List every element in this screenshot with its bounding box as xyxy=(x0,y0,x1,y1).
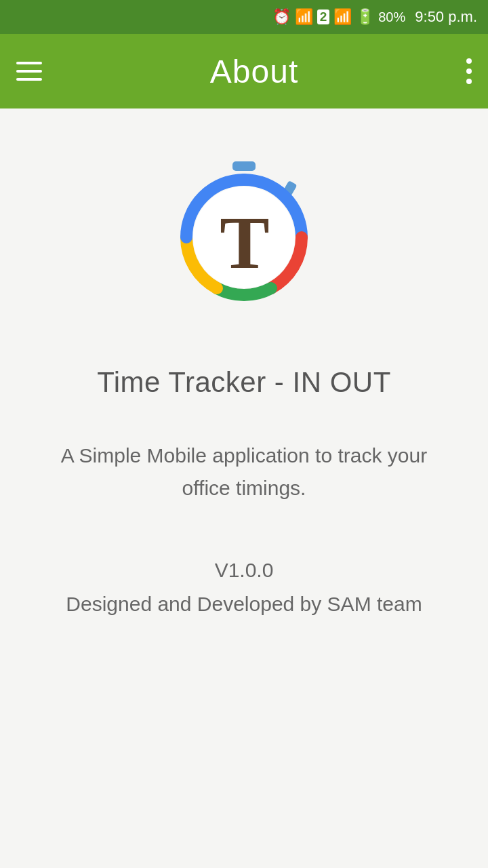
app-logo: T xyxy=(156,149,332,326)
signal-icon: 📶 xyxy=(333,8,352,26)
battery-icon: 🔋 xyxy=(356,8,374,26)
page-title: About xyxy=(210,53,298,90)
status-icons: ⏰ 📶 2 📶 🔋 80% 9:50 p.m. xyxy=(272,8,477,26)
hamburger-menu-button[interactable] xyxy=(16,62,42,81)
more-options-button[interactable] xyxy=(466,58,472,84)
svg-rect-0 xyxy=(232,161,256,171)
version-number: V1.0.0 xyxy=(66,559,422,582)
svg-text:T: T xyxy=(220,201,268,284)
sim-badge: 2 xyxy=(317,9,330,24)
main-content: T Time Tracker - IN OUT A Simple Mobile … xyxy=(0,108,488,868)
developer-info: Designed and Developed by SAM team xyxy=(66,593,422,616)
status-time: 9:50 p.m. xyxy=(415,8,477,26)
app-description: A Simple Mobile application to track you… xyxy=(54,439,434,505)
battery-percent: 80% xyxy=(378,9,405,25)
version-info: V1.0.0 Designed and Developed by SAM tea… xyxy=(66,559,422,616)
status-bar: ⏰ 📶 2 📶 🔋 80% 9:50 p.m. xyxy=(0,0,488,34)
app-bar: About xyxy=(0,34,488,108)
app-name: Time Tracker - IN OUT xyxy=(97,366,391,399)
wifi-icon: 📶 xyxy=(295,8,313,26)
alarm-icon: ⏰ xyxy=(272,8,291,26)
